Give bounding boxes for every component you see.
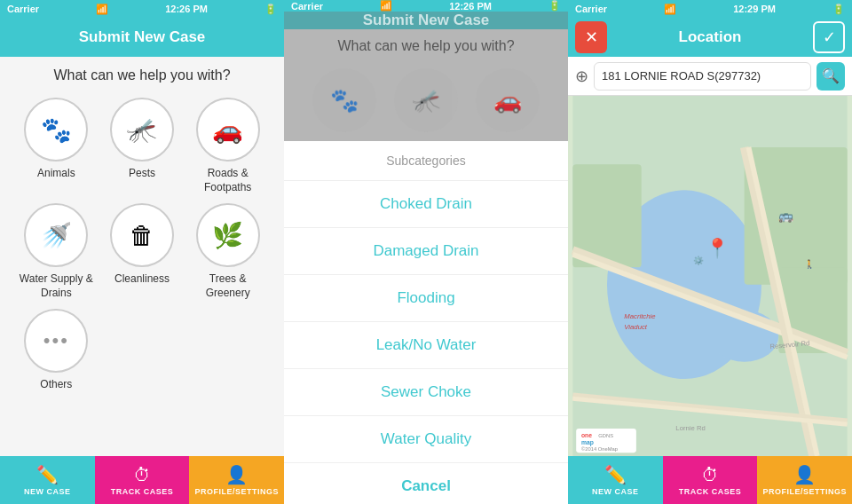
category-trees[interactable]: 🌿 Trees & Greenery: [189, 203, 266, 300]
mid-animals-wrap: 🐾: [312, 68, 376, 132]
svg-text:🚶: 🚶: [804, 259, 816, 270]
others-icon: •••: [24, 309, 88, 373]
cancel-button[interactable]: Cancel: [284, 463, 568, 504]
profile-icon-left: 👤: [225, 464, 248, 485]
battery-icon-middle: 🔋: [548, 0, 561, 12]
search-button[interactable]: 🔍: [816, 62, 845, 91]
wifi-icon-left: 📶: [96, 4, 108, 15]
subcategory-damaged-drain[interactable]: Damaged Drain: [284, 228, 568, 275]
subcategory-choked-drain[interactable]: Choked Drain: [284, 181, 568, 228]
track-label-right: TRACK CASES: [679, 487, 742, 496]
nav-profile-right[interactable]: 👤 PROFILE/SETTINGS: [757, 456, 852, 504]
svg-text:Viaduct: Viaduct: [624, 323, 647, 331]
battery-icon-right: 🔋: [832, 4, 845, 15]
confirm-button[interactable]: ✓: [813, 21, 845, 53]
cleanliness-label: Cleanliness: [114, 272, 170, 287]
category-roads[interactable]: 🚗 Roads & Footpaths: [189, 98, 266, 194]
svg-text:map: map: [581, 439, 594, 446]
carrier-left: Carrier: [7, 4, 39, 14]
animals-label: Animals: [37, 167, 75, 181]
others-label: Others: [40, 378, 72, 392]
new-case-label-left: NEW CASE: [24, 487, 71, 496]
svg-text:©2014 OneMap: ©2014 OneMap: [581, 446, 618, 452]
status-bar-right: Carrier 📶 12:29 PM 🔋: [568, 0, 852, 18]
category-others[interactable]: ••• Others: [18, 309, 95, 392]
svg-text:⚙️: ⚙️: [693, 256, 705, 266]
pests-icon: 🦟: [110, 98, 174, 161]
carrier-right: Carrier: [575, 4, 607, 14]
roads-label: Roads & Footpaths: [189, 167, 266, 194]
subcategory-leak-no-water[interactable]: Leak/No Water: [284, 322, 568, 369]
nav-new-case-right[interactable]: ✏️ NEW CASE: [568, 456, 663, 504]
bottom-nav-right: ✏️ NEW CASE ⏱ TRACK CASES 👤 PROFILE/SETT…: [568, 456, 852, 504]
svg-text:Lornie Rd: Lornie Rd: [675, 424, 705, 432]
track-icon-left: ⏱: [133, 465, 151, 485]
profile-label-right: PROFILE/SETTINGS: [762, 487, 847, 496]
new-case-icon-right: ✏️: [604, 464, 627, 485]
location-bar: ⊕ 🔍: [568, 57, 852, 96]
map-svg: Reservoir Rd Lornie Rd Macritchie Viaduc…: [568, 96, 852, 456]
right-panel: Carrier 📶 12:29 PM 🔋 ✕ Location ✓ ⊕ 🔍: [568, 0, 852, 504]
subcategory-list: Choked Drain Damaged Drain Flooding Leak…: [284, 181, 568, 463]
trees-label: Trees & Greenery: [189, 272, 266, 300]
category-water[interactable]: 🚿 Water Supply & Drains: [18, 203, 95, 300]
svg-text:Macritchie: Macritchie: [624, 312, 655, 320]
nav-profile-left[interactable]: 👤 PROFILE/SETTINGS: [189, 456, 284, 504]
profile-label-left: PROFILE/SETTINGS: [194, 487, 279, 496]
track-icon-right: ⏱: [701, 465, 719, 485]
status-bar-middle: Carrier 📶 12:26 PM 🔋: [284, 0, 568, 12]
header-title-left: Submit New Case: [79, 28, 206, 46]
header-title-right: Location: [679, 28, 742, 46]
water-icon: 🚿: [24, 203, 88, 267]
mid-roads-icon: 🚗: [476, 68, 540, 132]
map-container[interactable]: Reservoir Rd Lornie Rd Macritchie Viaduc…: [568, 96, 852, 456]
mid-icons-row: 🐾 🦟 🚗: [312, 68, 540, 132]
new-case-icon-left: ✏️: [36, 464, 59, 485]
time-right: 12:29 PM: [733, 4, 776, 14]
subcategory-flooding[interactable]: Flooding: [284, 275, 568, 322]
location-input[interactable]: [594, 62, 811, 91]
category-cleanliness[interactable]: 🗑 Cleanliness: [104, 203, 181, 300]
nav-track-cases-right[interactable]: ⏱ TRACK CASES: [663, 456, 758, 504]
mid-pests-icon: 🦟: [394, 68, 458, 132]
nav-track-cases-left[interactable]: ⏱ TRACK CASES: [95, 456, 190, 504]
status-bar-left: Carrier 📶 12:26 PM 🔋: [0, 0, 284, 18]
new-case-label-right: NEW CASE: [592, 487, 639, 496]
middle-top-area: What can we help you with? 🐾 🦟 🚗: [284, 29, 568, 141]
subcategory-water-quality[interactable]: Water Quality: [284, 416, 568, 463]
subcategory-header-label: Subcategories: [284, 141, 568, 181]
header-title-middle: Submit New Case: [363, 12, 490, 29]
left-panel: Carrier 📶 12:26 PM 🔋 Submit New Case Wha…: [0, 0, 284, 504]
bottom-nav-left: ✏️ NEW CASE ⏱ TRACK CASES 👤 PROFILE/SETT…: [0, 456, 284, 504]
category-pests[interactable]: 🦟 Pests: [104, 98, 181, 194]
svg-text:🚌: 🚌: [778, 209, 793, 224]
animals-icon: 🐾: [24, 98, 88, 161]
battery-icon-left: 🔋: [264, 4, 277, 15]
question-middle: What can we help you with?: [337, 38, 514, 54]
category-grid: 🐾 Animals 🦟 Pests 🚗 Roads & Footpaths 🚿 …: [11, 98, 273, 392]
pests-label: Pests: [129, 167, 155, 181]
roads-icon: 🚗: [196, 98, 260, 161]
header-middle: Submit New Case: [284, 12, 568, 29]
main-content-left: What can we help you with? 🐾 Animals 🦟 P…: [0, 57, 284, 456]
wifi-icon-middle: 📶: [380, 0, 392, 12]
trees-icon: 🌿: [196, 203, 260, 267]
mid-roads-wrap: 🚗: [476, 68, 540, 132]
header-right: ✕ Location ✓: [568, 18, 852, 57]
middle-panel: Carrier 📶 12:26 PM 🔋 Submit New Case Wha…: [284, 0, 568, 504]
wifi-icon-right: 📶: [664, 4, 676, 15]
close-button[interactable]: ✕: [575, 21, 607, 53]
cleanliness-icon: 🗑: [110, 203, 174, 267]
svg-text:📍: 📍: [706, 237, 730, 260]
subcategory-sheet: Subcategories Choked Drain Damaged Drain…: [284, 141, 568, 463]
svg-text:one: one: [581, 432, 592, 438]
nav-new-case-left[interactable]: ✏️ NEW CASE: [0, 456, 95, 504]
carrier-middle: Carrier: [291, 1, 323, 12]
gps-icon: ⊕: [575, 67, 588, 86]
mid-animals-icon: 🐾: [312, 68, 376, 132]
time-left: 12:26 PM: [165, 4, 208, 14]
time-middle: 12:26 PM: [449, 1, 492, 12]
svg-text:GDNS: GDNS: [598, 433, 613, 438]
subcategory-sewer-choke[interactable]: Sewer Choke: [284, 369, 568, 416]
category-animals[interactable]: 🐾 Animals: [18, 98, 95, 194]
